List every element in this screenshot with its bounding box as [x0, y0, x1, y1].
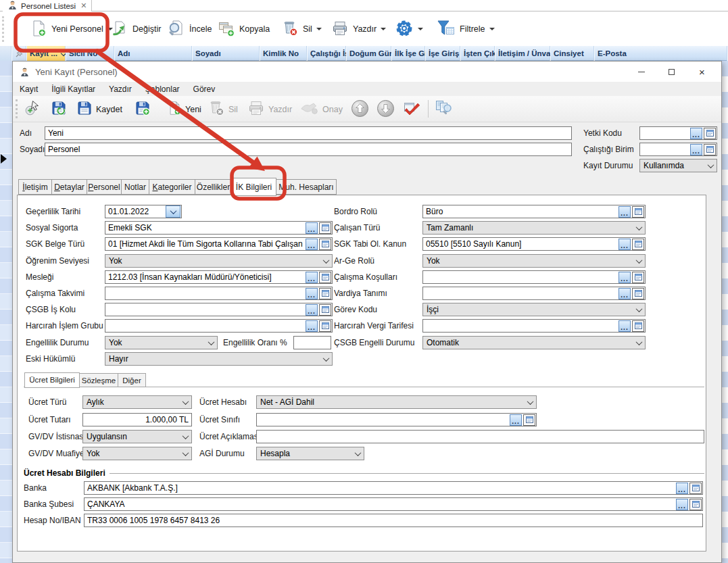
menu-item-i̇lgili-kayıtlar[interactable]: İlgili Kayıtlar [51, 84, 95, 94]
lookup-ellipsis-button[interactable]: ... [618, 288, 631, 299]
field-kayıt-durumu-select[interactable]: Kullanımda [639, 159, 717, 172]
lookup-list-button[interactable] [319, 239, 331, 250]
lookup-list-button[interactable] [632, 206, 644, 218]
field-hesap-no-iban-input[interactable] [84, 514, 703, 527]
field-soyadı-input[interactable] [45, 143, 572, 156]
field-eski-hükümlü-select[interactable]: Hayır [105, 352, 333, 366]
menu-item-yazdır[interactable]: Yazdır [109, 84, 132, 94]
lookup-ellipsis-button[interactable]: ... [690, 128, 702, 139]
close-button[interactable]: × [687, 62, 717, 82]
field-agi̇-durumu-select[interactable]: Hesapla [256, 447, 364, 460]
lookup-ellipsis-button[interactable]: ... [618, 272, 631, 283]
dialog-toolbar-button-save-refresh-icon[interactable] [51, 99, 67, 119]
field-ücret-tutarı-input[interactable] [82, 413, 192, 426]
tab-kategoriler[interactable]: Kategoriler [149, 179, 195, 195]
tab-detaylar[interactable]: Detaylar [51, 179, 87, 195]
field-çalışan-türü-select[interactable]: Tam Zamanlı [422, 221, 646, 235]
toolbar-button-filtrele[interactable]: Filtrele [437, 14, 495, 45]
field-banka-input[interactable] [85, 483, 675, 493]
subtab-diğer[interactable]: Diğer [118, 373, 146, 387]
tab-i̇k-bilgileri[interactable]: İK Bilgileri [231, 178, 276, 196]
toolbar-button-field[interactable] [395, 14, 423, 45]
lookup-list-button[interactable] [632, 320, 644, 332]
subtab-ücret-bilgileri[interactable]: Ücret Bilgileri [24, 372, 80, 388]
lookup-ellipsis-button[interactable]: ... [306, 288, 318, 299]
lookup-ellipsis-button[interactable]: ... [306, 239, 318, 250]
lookup-ellipsis-button[interactable]: ... [618, 206, 631, 218]
toolbar-button-i̇ncele[interactable]: İncele [168, 14, 212, 45]
column-header-i̇lk-i̇şe-gi[interactable]: İlk İşe Gi... [392, 46, 426, 61]
field-sosyal-sigorta-input[interactable] [106, 222, 305, 233]
lookup-list-button[interactable] [632, 288, 644, 299]
column-header-sicil-no[interactable]: Sicil No [66, 46, 115, 61]
chevron-down-icon[interactable] [381, 28, 386, 33]
toolbar-button-yazdır[interactable]: Yazdır [331, 14, 386, 45]
lookup-list-button[interactable] [319, 320, 331, 332]
lookup-ellipsis-button[interactable]: ... [306, 320, 318, 332]
lookup-list-button[interactable] [689, 499, 702, 510]
menu-item-şablonlar[interactable]: Şablonlar [145, 84, 180, 94]
field-ücret-açıklaması-input[interactable] [256, 430, 704, 443]
lookup-ellipsis-button[interactable]: ... [306, 222, 318, 234]
toolbar-button-sil[interactable]: Sil [281, 14, 322, 45]
lookup-list-button[interactable] [632, 239, 644, 250]
menu-item-kayıt[interactable]: Kayıt [20, 84, 38, 94]
field-sgk-tabi-ol-kanun-input[interactable] [424, 239, 618, 249]
lookup-ellipsis-button[interactable]: ... [306, 304, 318, 316]
field-gv-dv-i̇stisnası-select[interactable]: Uygulansın [82, 430, 192, 443]
lookup-ellipsis-button[interactable]: ... [676, 499, 688, 510]
dialog-toolbar-button-save-new-icon[interactable] [135, 99, 151, 119]
tab-muh-hesapları[interactable]: Muh. Hesapları [276, 179, 337, 195]
column-header-i̇şten-çık[interactable]: İşten Çık... [461, 46, 495, 61]
field-ücret-sınıfı-input[interactable] [258, 414, 509, 425]
tab-özellikler[interactable]: Özellikler [195, 179, 232, 195]
dialog-toolbar-button-pointer-add-icon[interactable] [25, 99, 41, 119]
toolbar-button-kopyala[interactable]: Kopyala [218, 14, 270, 45]
field-banka-şubesi-input[interactable] [85, 499, 675, 510]
lookup-ellipsis-button[interactable]: ... [510, 414, 522, 426]
field-çalışma-koşulları-input[interactable] [424, 272, 618, 283]
column-header-soyadı[interactable]: Soyadı [193, 46, 260, 61]
column-header-kimlik-no[interactable]: Kimlik No [260, 46, 308, 61]
field-öğrenim-seviyesi-select[interactable]: Yok [105, 254, 333, 268]
field-sgk-belge-türü-input[interactable] [106, 239, 305, 249]
tab-personel[interactable]: Personel [87, 179, 122, 195]
column-header-kayıt[interactable]: Kayıt ... [27, 46, 66, 61]
column-header-cinsiyet[interactable]: Cinsiyet [551, 46, 595, 61]
dialog-toolbar-button-preview[interactable] [435, 99, 454, 119]
column-header-adı[interactable]: Adı [115, 46, 193, 61]
lookup-list-button[interactable] [319, 304, 331, 316]
tab-notlar[interactable]: Notlar [121, 179, 149, 195]
field-ar-ge-rolü-select[interactable]: Yok [422, 254, 646, 268]
chevron-down-icon[interactable] [316, 28, 322, 33]
lookup-list-button[interactable] [704, 128, 716, 139]
field-vardiya-tanımı-input[interactable] [424, 288, 618, 299]
column-header-doğum-günü[interactable]: Doğum Günü [347, 46, 392, 61]
field-ücret-türü-select[interactable]: Aylık [82, 395, 192, 409]
field-geçerlilik-tarihi-input[interactable] [106, 206, 164, 217]
minimize-button[interactable] [626, 62, 656, 82]
field-harcırah-i̇şlem-grubu-input[interactable] [106, 320, 305, 331]
maximize-button[interactable] [656, 62, 687, 82]
lookup-list-button[interactable] [632, 272, 644, 283]
field-yetki-kodu-input[interactable] [641, 128, 689, 139]
toolbar-button-yeni-personel[interactable]: Yeni Personel [30, 14, 113, 45]
column-header-i̇şe-giriş[interactable]: İşe Giriş ... [426, 46, 461, 61]
field-engellilik-durumu-extra-input[interactable] [293, 336, 331, 349]
lookup-list-button[interactable] [319, 222, 331, 234]
field-çalışma-takvimi-input[interactable] [106, 288, 305, 299]
field-çalıştığı-birim-input[interactable] [641, 144, 689, 155]
tab-personel-listesi[interactable]: Personel Listesi ✕ [3, 0, 92, 11]
lookup-ellipsis-button[interactable]: ... [618, 320, 631, 332]
date-dropdown-button[interactable] [166, 205, 180, 218]
field-çsgb-i̇ş-kolu-input[interactable] [106, 304, 305, 315]
field-görev-kodu-select[interactable]: İşçi [422, 303, 646, 316]
column-header-e-posta[interactable]: E-Posta [595, 46, 728, 61]
lookup-ellipsis-button[interactable]: ... [618, 239, 631, 250]
lookup-list-button[interactable] [319, 272, 331, 283]
chevron-down-icon[interactable] [489, 28, 495, 33]
field-çsgb-engelli-durumu-select[interactable]: Otomatik [422, 336, 646, 349]
field-gv-dv-muafiyet-select[interactable]: Yok [82, 447, 192, 460]
dialog-toolbar-button-nav-down-icon[interactable] [377, 99, 395, 119]
tab-i̇letişim[interactable]: İletişim [18, 179, 52, 195]
